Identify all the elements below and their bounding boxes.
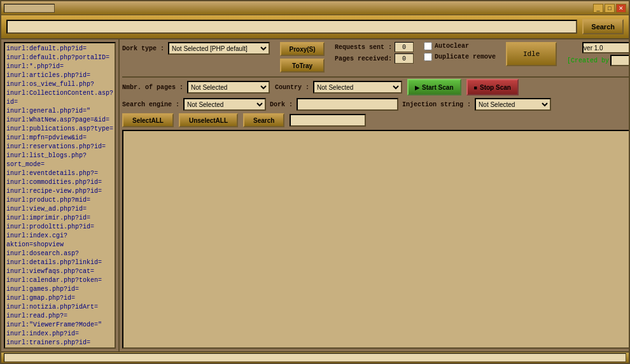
engine-label: Search engine : <box>122 101 179 108</box>
duplicate-label: Duplicate remove <box>435 53 496 60</box>
stop-scan-label: Stop Scan <box>480 84 511 91</box>
list-item[interactable]: inurl:articles.php?id= <box>6 71 113 80</box>
status-bar-input[interactable] <box>4 353 626 362</box>
idle-button[interactable]: Idle <box>506 42 557 66</box>
stats-section: Requests sent : 0 Pages received: 0 <box>335 42 414 64</box>
list-item[interactable]: inurl:commodities.php?id= <box>6 178 113 187</box>
list-item[interactable]: inurl:os_view_full.php? <box>6 80 113 89</box>
nmbr-pages-row: Nmbr. of pages : Not Selected <box>122 81 270 94</box>
list-item[interactable]: inurl:view_ad.php?id= <box>6 205 113 214</box>
dork-list[interactable]: inurl:default.php?id=inurl:default.php?p… <box>4 42 116 349</box>
title-bar-controls: _ □ ✕ <box>593 4 626 13</box>
injection-label: Injection string : <box>402 101 471 108</box>
list-item[interactable]: inurl:*.php?id= <box>6 62 113 71</box>
scan-controls: Nmbr. of pages : Not Selected Country : … <box>122 79 629 95</box>
proxy-button[interactable]: Proxy(S) <box>280 42 325 56</box>
idle-label: Idle <box>523 50 540 58</box>
pages-label: Pages received: <box>335 55 392 62</box>
list-item[interactable]: inurl:publications.asp?type= <box>6 125 113 134</box>
list-item[interactable]: inurl:gmap.php?id= <box>6 294 113 303</box>
creator-input[interactable] <box>610 55 629 66</box>
autoclear-label: Autoclear <box>435 43 469 50</box>
title-input[interactable] <box>4 4 55 13</box>
nmbr-pages-select[interactable]: Not Selected <box>187 81 270 94</box>
list-item[interactable]: inurl:trainers.php?id= <box>6 339 113 347</box>
country-row: Country : Not Selected <box>275 81 402 94</box>
checkbox-section: Autoclear Duplicate remove <box>424 42 496 61</box>
pages-row: Pages received: 0 <box>335 53 414 64</box>
list-item[interactable]: inurl:mpfn=pdview&id= <box>6 134 113 143</box>
list-item[interactable]: inurl:details.php?linkid= <box>6 258 113 267</box>
dork-type-select[interactable]: Not Selected [PHP default] <box>168 42 270 55</box>
list-item[interactable]: inurl:buy.php?category= <box>6 347 113 349</box>
list-item[interactable]: inurl:imprimir.php?id= <box>6 214 113 223</box>
search-action-button[interactable]: Search <box>243 113 284 127</box>
maximize-button[interactable]: □ <box>605 4 615 13</box>
search-button[interactable]: Search <box>582 19 624 34</box>
list-item[interactable]: inurl:general.php?id=" <box>6 107 113 116</box>
country-select[interactable]: Not Selected <box>313 81 402 94</box>
main-content: inurl:default.php?id=inurl:default.php?p… <box>1 39 629 351</box>
dork-input[interactable] <box>297 98 398 111</box>
list-item[interactable]: inurl:notizia.php?idArt= <box>6 303 113 312</box>
results-area[interactable] <box>122 130 629 349</box>
list-item[interactable]: inurl:dosearch.asp? <box>6 249 113 258</box>
stop-scan-button[interactable]: Stop Scan <box>466 79 519 95</box>
dork-type-label: Dork type : <box>122 45 164 52</box>
url-input[interactable] <box>6 20 577 34</box>
start-scan-label: Start Scan <box>422 84 453 91</box>
tray-button[interactable]: ToTray <box>280 59 325 73</box>
engine-select[interactable]: Not Selected <box>183 98 266 111</box>
dork-type-section: Dork type : Not Selected [PHP default] <box>122 42 270 55</box>
play-icon <box>415 84 419 91</box>
list-item[interactable]: inurl:default.php?id= <box>6 45 113 53</box>
list-item[interactable]: inurl:reservations.php?id= <box>6 143 113 151</box>
created-by-label: [Created by <box>567 57 609 64</box>
list-item[interactable]: inurl:index.cgi?aktion=shopview <box>6 232 113 249</box>
version-section: [Created by <box>567 42 629 66</box>
action-row: SelectALL UnselectALL Search <box>122 113 629 127</box>
close-button[interactable]: ✕ <box>616 4 626 13</box>
title-bar: _ □ ✕ <box>1 1 629 15</box>
minimize-button[interactable]: _ <box>593 4 603 13</box>
top-controls: Dork type : Not Selected [PHP default] P… <box>122 42 629 73</box>
duplicate-checkbox[interactable] <box>424 53 432 61</box>
stop-icon <box>474 84 477 91</box>
list-item[interactable]: inurl:default.php?portalID= <box>6 53 113 62</box>
version-input[interactable] <box>582 42 629 53</box>
country-label: Country : <box>275 84 309 91</box>
engine-row: Search engine : Not Selected Dork : Inje… <box>122 98 629 111</box>
list-item[interactable]: inurl:WhatNew.asp?page=&id= <box>6 116 113 125</box>
injection-select[interactable]: Not Selected <box>475 98 551 111</box>
right-panel: Dork type : Not Selected [PHP default] P… <box>120 39 629 351</box>
dork-label: Dork : <box>270 101 293 108</box>
list-item[interactable]: inurl:eventdetails.php?= <box>6 169 113 178</box>
requests-value: 0 <box>395 42 414 52</box>
toolbar: Search <box>1 15 629 39</box>
list-item[interactable]: inurl:product.php?mid= <box>6 196 113 205</box>
list-item[interactable]: inurl:list_blogs.php?sort_mode= <box>6 151 113 169</box>
requests-row: Requests sent : 0 <box>335 42 414 52</box>
list-item[interactable]: inurl:CollectionContent.asp?id= <box>6 89 113 107</box>
search-filter-input[interactable] <box>290 114 366 127</box>
list-item[interactable]: inurl:recipe-view.php?id= <box>6 187 113 196</box>
list-item[interactable]: inurl:"ViewerFrame?Mode=" <box>6 321 113 330</box>
divider-1 <box>122 76 629 78</box>
dork-type-row: Dork type : Not Selected [PHP default] <box>122 42 270 55</box>
duplicate-row: Duplicate remove <box>424 53 496 61</box>
autoclear-row: Autoclear <box>424 42 496 50</box>
list-item[interactable]: inurl:viewfaqs.php?cat= <box>6 267 113 276</box>
list-item[interactable]: inurl:games.php?id= <box>6 285 113 294</box>
proxy-tray-section: Proxy(S) ToTray <box>280 42 325 73</box>
unselect-all-button[interactable]: UnselectALL <box>179 113 238 127</box>
select-all-button[interactable]: SelectALL <box>122 113 174 127</box>
list-item[interactable]: inurl:read.php?= <box>6 312 113 321</box>
status-bar <box>1 351 629 363</box>
list-item[interactable]: inurl:prodoltti.php?id= <box>6 223 113 232</box>
list-item[interactable]: inurl:index.php?id= <box>6 330 113 339</box>
left-panel: inurl:default.php?id=inurl:default.php?p… <box>1 39 120 351</box>
list-item[interactable]: inurl:calendar.php?token= <box>6 276 113 285</box>
nmbr-pages-label: Nmbr. of pages : <box>122 84 183 91</box>
start-scan-button[interactable]: Start Scan <box>407 79 461 95</box>
autoclear-checkbox[interactable] <box>424 42 432 50</box>
